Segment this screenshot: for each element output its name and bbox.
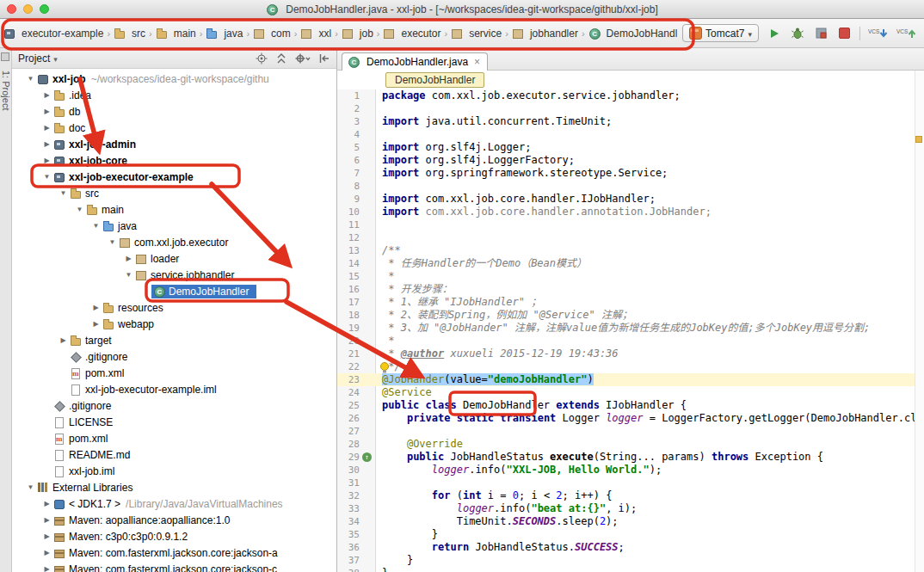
code-line[interactable]: 16 * 开发步骤：	[337, 283, 924, 296]
collapsed-arrow-icon[interactable]: ▶	[40, 500, 53, 507]
code-line[interactable]: 1package com.xxl.job.executor.service.jo…	[337, 89, 924, 102]
panel-title[interactable]: Project	[18, 52, 50, 65]
code-line[interactable]: 24@Service	[337, 386, 924, 399]
tree-item[interactable]: ▶Maven: com.fasterxml.jackson.core:jacks…	[12, 544, 336, 561]
line-number[interactable]: 25	[337, 399, 360, 412]
line-number[interactable]: 34	[337, 515, 360, 528]
tree-item[interactable]: ▶.idea	[12, 87, 336, 103]
collapsed-arrow-icon[interactable]: ▶	[89, 304, 102, 311]
debug-button[interactable]	[790, 26, 805, 41]
code-line[interactable]: 36 return JobHandleStatus.SUCCESS;	[337, 541, 924, 554]
code-line[interactable]: 26 private static transient Logger logge…	[337, 412, 924, 425]
run-config-selector[interactable]: Tomcat7	[682, 24, 759, 42]
expanded-arrow-icon[interactable]: ▼	[106, 238, 119, 246]
locate-icon[interactable]	[256, 52, 268, 65]
tree-item[interactable]: ▶xxl-job-core	[12, 152, 336, 169]
collapsed-arrow-icon[interactable]: ▶	[40, 565, 53, 572]
breadcrumb-item[interactable]: src	[112, 26, 147, 41]
line-number[interactable]: 3	[337, 115, 360, 128]
expanded-arrow-icon[interactable]: ▼	[73, 206, 86, 213]
line-number[interactable]: 28	[337, 438, 360, 451]
line-number[interactable]: 11	[337, 218, 360, 231]
tree-item[interactable]: xxl-job-executor-example.iml	[12, 381, 336, 397]
expanded-arrow-icon[interactable]: ▼	[57, 189, 70, 197]
code-line[interactable]: 20 *	[337, 335, 924, 348]
tree-item[interactable]: ▶resources	[12, 299, 336, 316]
gear-icon[interactable]	[295, 52, 311, 65]
code-line[interactable]: 29 public JobHandleStatus execute(String…	[337, 451, 924, 464]
code-line[interactable]: 27	[337, 425, 924, 438]
line-number[interactable]: 13	[337, 244, 360, 257]
line-number[interactable]: 26	[337, 412, 360, 425]
coverage-button[interactable]	[813, 26, 829, 41]
tree-item[interactable]: DemoJobHandler	[12, 283, 336, 299]
tree-item[interactable]: ▶< JDK1.7 >/Library/Java/JavaVirtualMach…	[12, 495, 336, 512]
code-line[interactable]: 8	[337, 180, 924, 193]
expanded-arrow-icon[interactable]: ▼	[24, 483, 37, 491]
tree-item[interactable]: ▼service.jobhandler	[12, 267, 336, 283]
code-line[interactable]: 6import org.slf4j.LoggerFactory;	[337, 154, 924, 167]
code-line[interactable]: 19 * 3、加 "@JobHander" 注解，注解value值为新增任务生成…	[337, 322, 924, 335]
tree-item[interactable]: .gitignore	[12, 397, 336, 414]
tool-window-icon[interactable]	[1, 52, 9, 61]
line-number[interactable]: 29	[337, 451, 360, 464]
collapsed-arrow-icon[interactable]: ▶	[40, 549, 53, 557]
tree-item[interactable]: xxl-job.iml	[12, 463, 336, 479]
code-area[interactable]: 1package com.xxl.job.executor.service.jo…	[337, 89, 924, 572]
tree-item[interactable]: .gitignore	[12, 348, 336, 365]
expanded-arrow-icon[interactable]: ▼	[24, 75, 37, 83]
tree-item[interactable]: pom.xml	[12, 365, 336, 381]
line-number[interactable]: 2	[337, 102, 360, 115]
code-line[interactable]: 12	[337, 231, 924, 244]
code-line[interactable]: 4	[337, 128, 924, 141]
line-number[interactable]: 6	[337, 154, 360, 167]
tree-item[interactable]: ▶Maven: c3p0:c3p0:0.9.1.2	[12, 528, 336, 544]
line-number[interactable]: 35	[337, 528, 360, 541]
collapsed-arrow-icon[interactable]: ▶	[40, 124, 53, 132]
collapsed-arrow-icon[interactable]: ▶	[40, 157, 53, 164]
code-line[interactable]: 21 * @author xuxueli 2015-12-19 19:43:36	[337, 348, 924, 360]
collapsed-arrow-icon[interactable]: ▶	[40, 108, 53, 115]
line-number[interactable]: 30	[337, 464, 360, 477]
tree-item[interactable]: ▶xxl-job-admin	[12, 136, 336, 152]
code-line[interactable]: 2	[337, 102, 924, 115]
breadcrumb-item[interactable]: java	[204, 26, 244, 41]
tree-item[interactable]: pom.xml	[12, 430, 336, 446]
collapsed-arrow-icon[interactable]: ▶	[40, 532, 53, 540]
line-number[interactable]: 38	[337, 567, 360, 572]
vcs-commit-button[interactable]: VCS	[896, 26, 917, 41]
code-line[interactable]: 22 */	[337, 360, 924, 373]
tree-item[interactable]: ▼src	[12, 185, 336, 201]
run-button[interactable]	[767, 26, 782, 41]
line-number[interactable]: 32	[337, 489, 360, 502]
line-number[interactable]: 33	[337, 502, 360, 515]
line-number[interactable]: 12	[337, 231, 360, 244]
minimize-window-icon[interactable]	[23, 4, 33, 14]
line-number[interactable]: 22	[337, 360, 360, 373]
line-number[interactable]: 14	[337, 257, 360, 270]
code-line[interactable]: 38}	[337, 567, 924, 572]
code-line[interactable]: 33 logger.info("beat at:{}", i);	[337, 502, 924, 515]
tree-item[interactable]: ▼main	[12, 201, 336, 218]
breadcrumb-item[interactable]: executor-example	[2, 26, 105, 41]
tab-demojobhandler[interactable]: DemoJobHandler.java ×	[342, 52, 488, 71]
tree-item[interactable]: ▶db	[12, 103, 336, 120]
line-number[interactable]: 27	[337, 425, 360, 438]
line-number[interactable]: 36	[337, 541, 360, 554]
panel-dropdown-arrow-icon[interactable]	[53, 52, 58, 65]
code-line[interactable]: 14 * 任务Handler的一个Demo（Bean模式）	[337, 257, 924, 270]
hide-panel-icon[interactable]	[318, 52, 330, 65]
collapsed-arrow-icon[interactable]: ▶	[40, 516, 53, 524]
tree-item[interactable]: ▶target	[12, 332, 336, 348]
code-line[interactable]: 5import org.slf4j.Logger;	[337, 141, 924, 154]
close-window-icon[interactable]	[7, 4, 16, 14]
tree-item[interactable]: ▶loader	[12, 250, 336, 267]
breadcrumb-item[interactable]: jobhandler	[510, 26, 580, 41]
code-line[interactable]: 13/**	[337, 244, 924, 257]
code-line[interactable]: 3import java.util.concurrent.TimeUnit;	[337, 115, 924, 128]
code-line[interactable]: 31	[337, 477, 924, 489]
line-number[interactable]: 7	[337, 167, 360, 180]
close-icon[interactable]: ×	[474, 56, 480, 68]
code-line[interactable]: 34 TimeUnit.SECONDS.sleep(2);	[337, 515, 924, 528]
line-number[interactable]: 4	[337, 128, 360, 141]
